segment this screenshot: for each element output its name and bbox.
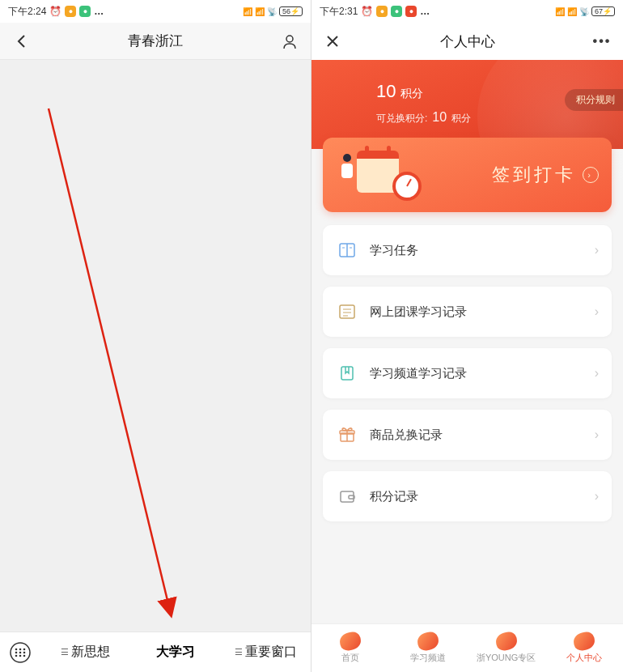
status-more-icon: … — [420, 6, 431, 17]
menu-study-tasks[interactable]: 学习任务 › — [323, 225, 612, 275]
gift-icon — [336, 423, 358, 446]
svg-rect-20 — [341, 367, 353, 380]
status-bar: 下午2:24 ⏰ ● ● … 📶 📶 📡 56⚡ — [0, 0, 311, 23]
status-time: 下午2:24 — [8, 5, 46, 19]
page-title: 个人中心 — [440, 32, 495, 51]
bookmark-icon — [336, 362, 358, 385]
tab-label: 新思想 — [71, 644, 110, 661]
app-badge-2-icon: ● — [391, 6, 402, 17]
battery-icon: 67⚡ — [591, 6, 615, 16]
profile-button[interactable] — [280, 32, 299, 51]
status-time: 下午2:31 — [320, 5, 358, 19]
svg-point-10 — [19, 654, 22, 657]
tab-label: 首页 — [341, 652, 359, 664]
svg-rect-24 — [341, 491, 354, 502]
wifi-icon: 📡 — [267, 7, 277, 16]
chevron-right-icon: › — [595, 366, 599, 381]
close-icon — [326, 35, 339, 48]
tab-study[interactable]: 大学习 — [130, 632, 220, 672]
battery-icon: 56⚡ — [279, 6, 303, 16]
menu-online-course-records[interactable]: 网上团课学习记录 › — [323, 287, 612, 337]
svg-point-4 — [19, 648, 22, 650]
chevron-right-icon: › — [595, 304, 599, 319]
tab-profile-icon — [572, 631, 595, 652]
tab-important-window[interactable]: ☰ 重要窗口 — [221, 632, 311, 672]
signal-icon: 📶 — [555, 7, 565, 16]
tab-home-icon — [338, 631, 362, 652]
exchange-label: 可兑换积分: — [376, 112, 427, 125]
checkin-label: 签到打卡 — [492, 163, 576, 187]
menu-label: 网上团课学习记录 — [370, 304, 595, 320]
points-value: 10 — [376, 81, 396, 102]
bottom-tab-bar: ☰ 新思想 大学习 ☰ 重要窗口 — [0, 632, 311, 672]
points-unit: 积分 — [400, 87, 423, 101]
tab-label: 重要窗口 — [245, 644, 297, 661]
svg-point-8 — [23, 651, 26, 653]
chevron-right-circle-icon: › — [583, 167, 599, 183]
svg-point-5 — [23, 648, 26, 650]
signal-icon: 📶 — [255, 7, 265, 16]
tab-zheyoung-icon — [494, 631, 518, 652]
status-bar: 下午2:31 ⏰ ● ● ● … 📶 📶 📡 67⚡ — [312, 0, 623, 23]
signal-icon: 📶 — [243, 7, 252, 16]
chevron-right-icon: › — [595, 243, 599, 257]
user-icon — [282, 33, 298, 49]
chevron-right-icon: › — [595, 427, 599, 442]
tab-new-thought[interactable]: ☰ 新思想 — [40, 632, 130, 672]
empty-content-area — [0, 60, 311, 632]
close-button[interactable] — [323, 32, 342, 51]
hero-panel: 10 积分 可兑换积分: 10 积分 积分规则 — [312, 60, 623, 149]
tab-study-channel[interactable]: 学习频道 — [389, 624, 467, 672]
navbar: 青春浙江 — [0, 23, 311, 60]
checkin-illustration-icon — [336, 146, 425, 204]
menu-channel-records[interactable]: 学习频道学习记录 › — [323, 348, 612, 398]
menu-exchange-records[interactable]: 商品兑换记录 › — [323, 410, 612, 460]
menu-points-records[interactable]: 积分记录 › — [323, 471, 612, 521]
keypad-button[interactable] — [3, 636, 37, 670]
signal-icon: 📶 — [567, 7, 577, 16]
svg-point-11 — [23, 654, 26, 657]
wallet-icon — [336, 485, 358, 508]
menu-label: 学习频道学习记录 — [370, 366, 595, 381]
svg-point-6 — [15, 651, 18, 653]
checkin-card[interactable]: 签到打卡 › — [323, 138, 612, 212]
menu-label: 积分记录 — [370, 489, 595, 504]
annotation-arrow-icon — [0, 60, 311, 632]
app-badge-3-icon: ● — [405, 6, 417, 17]
tab-zheyoung[interactable]: 浙YOUNG专区 — [468, 624, 545, 672]
list-icon: ☰ — [61, 647, 69, 657]
tab-profile[interactable]: 个人中心 — [545, 624, 623, 672]
tab-label: 学习频道 — [410, 652, 446, 664]
wifi-icon: 📡 — [579, 7, 589, 16]
svg-point-3 — [15, 648, 18, 650]
tab-home[interactable]: 首页 — [312, 624, 389, 672]
alarm-icon: ⏰ — [49, 6, 61, 17]
svg-point-7 — [19, 651, 22, 653]
svg-line-1 — [49, 108, 170, 610]
page-title: 青春浙江 — [128, 32, 183, 50]
svg-rect-16 — [340, 305, 354, 318]
tab-label: 大学习 — [156, 644, 195, 661]
app-badge-1-icon: ● — [65, 6, 76, 17]
phone-left: 下午2:24 ⏰ ● ● … 📶 📶 📡 56⚡ 青春浙江 — [0, 0, 312, 672]
points-unit: 积分 — [451, 112, 471, 125]
tab-label: 浙YOUNG专区 — [477, 652, 536, 664]
back-button[interactable] — [11, 32, 31, 51]
bottom-tab-bar: 首页 学习频道 浙YOUNG专区 个人中心 — [312, 623, 623, 672]
tab-label: 个人中心 — [566, 652, 602, 664]
content-area: 签到打卡 › 学习任务 › 网上团课学习记录 › — [312, 138, 623, 581]
tab-study-icon — [417, 631, 440, 652]
status-more-icon: … — [94, 6, 105, 17]
list-icon: ☰ — [235, 647, 243, 657]
svg-point-0 — [286, 36, 293, 42]
alarm-icon: ⏰ — [361, 6, 373, 17]
chevron-right-icon: › — [595, 489, 599, 504]
menu-label: 商品兑换记录 — [370, 427, 595, 443]
book-icon — [336, 239, 358, 262]
app-badge-2-icon: ● — [79, 6, 91, 17]
exchange-value: 10 — [432, 110, 447, 125]
points-rules-button[interactable]: 积分规则 — [565, 89, 623, 111]
menu-label: 学习任务 — [370, 243, 595, 258]
news-icon — [336, 300, 358, 323]
phone-right: 下午2:31 ⏰ ● ● ● … 📶 📶 📡 67⚡ 个人中心 ••• — [312, 0, 623, 672]
